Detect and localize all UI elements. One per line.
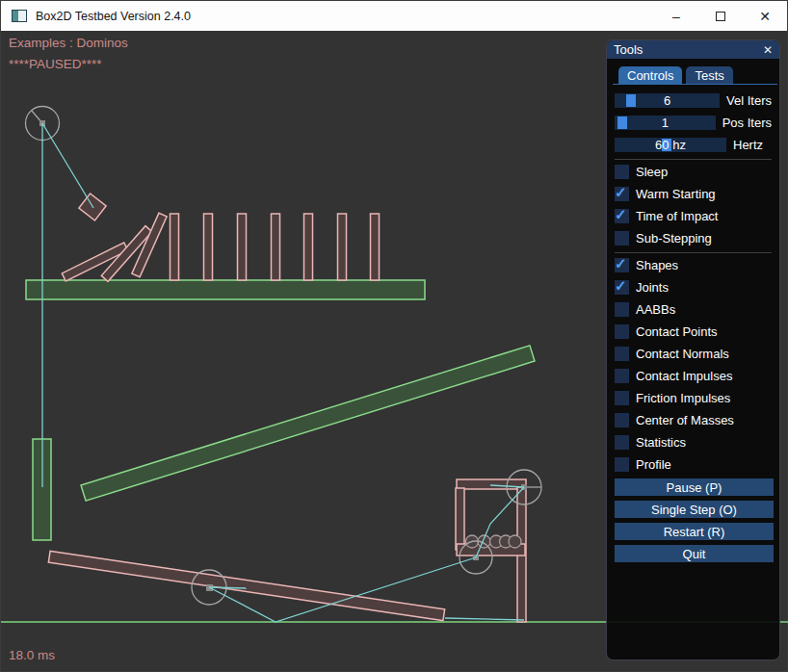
checkbox-center-of-masses[interactable]: ✓ [615,413,629,427]
maximize-button[interactable] [698,1,743,31]
tab-controls[interactable]: Controls [618,66,682,84]
checkbox-contact-impulses[interactable]: ✓ [615,369,629,383]
domino[interactable] [204,214,213,280]
ball[interactable] [509,535,521,548]
pos-iters-label: Pos Iters [722,116,772,130]
window-title: Box2D Testbed Version 2.4.0 [36,10,191,23]
joint-line [445,618,524,620]
restart-button[interactable]: Restart (R) [615,523,774,540]
minimize-icon: – [672,9,680,24]
os-titlebar[interactable]: Box2D Testbed Version 2.4.0 – ✕ [1,1,787,31]
tools-panel-close-icon[interactable]: ✕ [763,43,773,57]
checkbox-sub-stepping[interactable]: ✓ [615,231,629,246]
checkbox-friction-impulses[interactable]: ✓ [615,391,629,405]
checkbox-profile[interactable]: ✓ [615,457,629,472]
paused-label: ****PAUSED**** [9,57,102,71]
frame-top-bar[interactable] [457,479,526,489]
frame-time-label: 18.0 ms [9,648,55,662]
tab-tests[interactable]: Tests [686,66,732,84]
vel-iters-slider[interactable]: 6 [615,93,720,108]
frame-left-bar[interactable] [456,488,464,550]
checkbox-sleep[interactable]: ✓ [615,165,629,179]
close-icon: ✕ [759,9,771,24]
checkbox-shapes[interactable]: ✓ [615,258,629,272]
domino[interactable] [304,214,313,280]
app-icon [12,10,27,22]
checkbox-time-of-impact[interactable]: ✓ [615,209,629,223]
domino[interactable] [338,214,347,280]
separator [615,252,772,253]
quit-button[interactable]: Quit [615,545,774,562]
checkbox-contact-points[interactable]: ✓ [615,324,629,339]
vel-iters-label: Vel Iters [726,93,772,108]
seesaw-plank[interactable] [48,551,444,620]
hertz-slider[interactable]: 60 hz [615,138,726,152]
pause-button[interactable]: Pause (P) [615,478,774,496]
example-label: Examples : Dominos [9,36,128,50]
checkbox-joints[interactable]: ✓ [615,280,629,295]
domino[interactable] [272,214,280,280]
checkbox-aabbs[interactable]: ✓ [615,302,629,317]
app-window: Box2D Testbed Version 2.4.0 – ✕ [0,0,788,672]
domino[interactable] [171,214,179,280]
tools-panel-titlebar[interactable]: Tools ✕ [607,40,779,59]
minimize-button[interactable]: – [654,1,698,31]
tools-panel-title: Tools [614,42,643,57]
domino[interactable] [371,214,380,280]
maximize-icon [716,12,725,21]
domino[interactable] [238,214,247,280]
hertz-label: Hertz [733,138,763,152]
check-icon: ✓ [615,255,627,272]
separator [615,159,772,160]
check-icon: ✓ [615,277,627,295]
tab-bar: Controls Tests [613,66,777,85]
checkbox-contact-normals[interactable]: ✓ [615,347,629,361]
checkbox-statistics[interactable]: ✓ [615,435,629,450]
check-icon: ✓ [615,184,627,201]
pos-iters-slider[interactable]: 1 [615,116,716,130]
long-ramp [81,346,535,501]
check-icon: ✓ [615,206,627,223]
close-button[interactable]: ✕ [743,1,787,31]
tools-panel: Tools ✕ Controls Tests 6 Vel Iters [606,39,780,660]
single-step-button[interactable]: Single Step (O) [615,501,774,518]
checkbox-warm-starting[interactable]: ✓ [615,187,629,201]
domino-platform [26,280,425,299]
distance-joint-line [42,123,93,208]
